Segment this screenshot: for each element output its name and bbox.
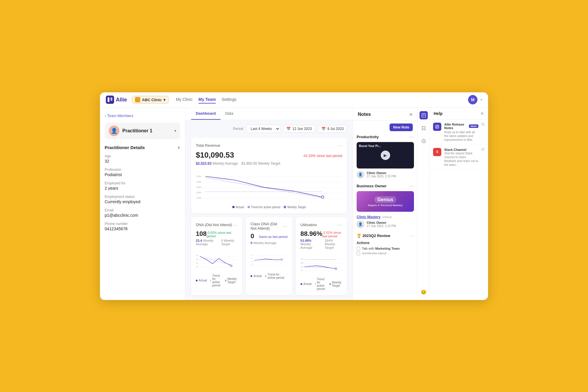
section-title: Practitioner Details (105, 145, 145, 150)
utilisation-change: -3.51% since last period (322, 231, 342, 238)
filter-row: Period Last 4 Weeks 📅 12 Jun 2023 📅 9 Ju… (191, 125, 347, 133)
period-select[interactable]: Last 4 Weeks (246, 125, 280, 133)
review-section-menu[interactable]: ⋯ (409, 233, 414, 238)
practitioner-avatar: 👤 (109, 126, 119, 136)
svg-text:200: 200 (301, 262, 303, 263)
svg-text:2,000: 2,000 (196, 197, 201, 199)
utilisation-title: Utilisation (300, 223, 317, 227)
practitioner-select[interactable]: 👤 Practitioner 1 ▾ (105, 123, 180, 139)
review-actions-title: Actions (357, 241, 414, 245)
period-label: Period (233, 127, 243, 131)
detail-profession: Profession Podiatrist (105, 168, 180, 177)
productivity-section-title: Productivity (357, 135, 379, 139)
svg-rect-2 (111, 97, 112, 101)
dna-legend-trend: Trend for active period (211, 274, 222, 287)
legend-target: Weekly Target (284, 206, 306, 209)
revenue-card-menu[interactable]: ⋯ (337, 142, 342, 149)
note-section-review: 🏆 2023Q2 Review ⋯ Actions Talk with Mark… (357, 233, 414, 255)
slack-count: 17 (481, 148, 485, 167)
release-notes-count: 11 (481, 123, 485, 142)
svg-text:2,500: 2,500 (196, 191, 201, 194)
svg-text:-0.2: -0.2 (251, 264, 253, 266)
svg-text:30: 30 (196, 255, 198, 256)
svg-point-36 (335, 268, 337, 269)
dna-avg: 23.4 Weekly Average (196, 239, 218, 246)
detail-age: Age 32 (105, 154, 180, 164)
clinic-selector[interactable]: ABC Clinic ▾ (132, 96, 169, 104)
nav-my-clinic[interactable]: My Clinic (176, 96, 193, 104)
middle-content: Dashboard Data Period Last 4 Weeks 📅 12 … (185, 108, 353, 300)
productivity-user-avatar: 👤 (357, 171, 364, 179)
section-toggle[interactable]: ∧ (177, 145, 180, 150)
revenue-target: $3,900.00 Weekly Target (241, 161, 280, 166)
tab-data[interactable]: Data (220, 108, 238, 120)
class-dna-legend-actual: Actual (250, 273, 262, 279)
nav-my-team[interactable]: My Team (198, 96, 216, 104)
utilisation-target: 264% Weekly Target (325, 239, 343, 249)
productivity-section-menu[interactable]: ⋯ (409, 134, 414, 140)
business-owner-user-row: 👤 Clinic Owner 17 July 2023, 2:13 PM (357, 221, 414, 228)
slack-text: Slack Channel Visit the shared Slack cha… (444, 148, 478, 167)
revenue-card-title: Total Revenue (196, 143, 220, 148)
class-dna-card: Class DNA (Did Not Attend) ⋯ 0 Same as l… (246, 217, 292, 295)
clinic-dot (135, 97, 140, 102)
clock-icon-button[interactable] (420, 137, 428, 145)
detail-phone: Phone number 0412345678 (105, 222, 180, 231)
class-dna-title: Class DNA (Did Not Attend) (250, 222, 282, 231)
release-notes-text: Allie Release Notes New! Keep up to date… (444, 123, 478, 142)
tab-dashboard[interactable]: Dashboard (191, 108, 220, 120)
svg-text:25: 25 (196, 258, 198, 260)
help-item-release-notes[interactable]: Allie Release Notes New! Keep up to date… (430, 120, 488, 145)
svg-text:0.2: 0.2 (251, 261, 253, 262)
business-owner-section-menu[interactable]: ⋯ (409, 183, 414, 189)
app-window: Allie ABC Clinic ▾ My Clinic My Team Set… (100, 92, 488, 300)
video-label: Boost Your Pr... (359, 144, 381, 148)
new-note-button[interactable]: New Note (390, 124, 413, 131)
dna-legend-target: Weekly Target (225, 274, 238, 287)
emoji-feedback-button[interactable]: 😊 (420, 288, 428, 296)
help-item-slack[interactable]: S Slack Channel Visit the shared Slack c… (430, 145, 488, 170)
class-dna-avg: 0 Weekly Average (250, 241, 276, 245)
svg-text:4,000: 4,000 (196, 175, 201, 177)
calendar-icon-2: 📅 (321, 127, 326, 131)
productivity-user-row: 👤 Clinic Owner 17 July 2023, 2:15 PM (357, 171, 414, 179)
clinic-chevron: ▾ (163, 98, 166, 102)
class-dna-menu[interactable]: ⋯ (282, 223, 288, 229)
practitioner-details: Age 32 Profession Podiatrist Employed fo… (105, 154, 180, 231)
date-from-picker[interactable]: 📅 12 Jun 2023 (283, 125, 315, 133)
revenue-avg: $2,522.63 Weekly Average (196, 161, 238, 166)
productivity-video[interactable]: Boost Your Pr... ▶ (357, 142, 414, 169)
productivity-user-time: 17 July 2023, 2:15 PM (367, 175, 396, 178)
review-checkbox-2[interactable] (357, 252, 360, 255)
business-owner-section-title: Business Owner (357, 184, 387, 188)
class-dna-change: Same as last period (259, 235, 288, 238)
productivity-user-name: Clinic Owner (367, 171, 396, 175)
clinic-name: ABC Clinic (142, 98, 162, 102)
notes-icon-button[interactable] (420, 111, 428, 119)
dna-value: 108 (196, 230, 207, 238)
notes-close-button[interactable]: ✕ (409, 112, 413, 117)
main-body: ‹ Team Members 👤 Practitioner 1 ▾ Practi… (100, 108, 488, 300)
bookmark-icon-button[interactable] (420, 124, 428, 132)
review-checkbox-1[interactable] (357, 247, 360, 251)
back-link[interactable]: ‹ Team Members (105, 114, 180, 118)
dna-target: 0 Weekly Target (221, 239, 238, 246)
nav-settings[interactable]: Settings (222, 96, 237, 104)
review-actions: Actions Talk with Marketing Team not Men… (357, 241, 414, 255)
date-to-picker[interactable]: 📅 9 Jul 2023 (318, 125, 347, 133)
total-revenue-card: Total Revenue ⋯ $10,090.53 -41.03% since… (191, 138, 347, 213)
content-area: Period Last 4 Weeks 📅 12 Jun 2023 📅 9 Ju… (185, 120, 353, 300)
video-play-button[interactable]: ▶ (381, 151, 390, 160)
utilisation-avg: 53.48% Weekly Average (300, 239, 321, 249)
business-owner-user-name: Clinic Owner (367, 221, 396, 224)
help-close-button[interactable]: ✕ (480, 111, 484, 116)
bottom-cards: DNA (Did Not Attend) ⋯ 108 -0.92% since … (191, 217, 347, 295)
user-avatar[interactable]: M (468, 95, 477, 104)
svg-text:300: 300 (301, 258, 303, 260)
dna-change: -0.92% since last period (207, 231, 238, 238)
notes-title: Notes (358, 112, 371, 117)
dna-menu[interactable]: ⋯ (232, 222, 238, 228)
class-dna-chart: 1.0 0.6 0.2 -0.2 (250, 248, 288, 271)
clinic-mastery-link[interactable]: Clinic Mastery (357, 215, 380, 219)
utilisation-menu[interactable]: ⋯ (337, 222, 342, 228)
